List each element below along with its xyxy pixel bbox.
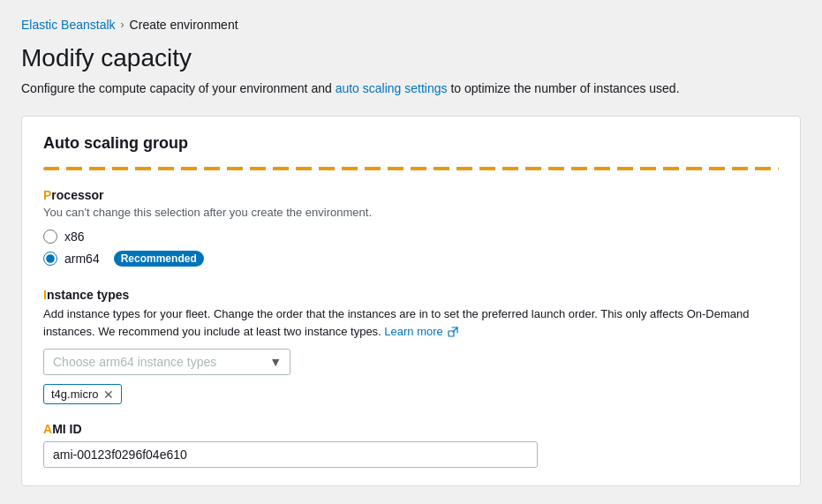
instance-type-tags: t4g.micro ✕: [43, 384, 779, 404]
instance-types-label: Instance types: [43, 288, 779, 302]
capacity-card: Auto scaling group Processor You can't c…: [21, 116, 801, 486]
radio-option-arm64[interactable]: arm64 Recommended: [43, 251, 779, 267]
learn-more-link[interactable]: Learn more: [384, 325, 458, 338]
learn-more-text: Learn more: [384, 325, 442, 338]
radio-x86[interactable]: [43, 229, 57, 244]
tag-close-button[interactable]: ✕: [103, 388, 114, 401]
instance-type-dropdown-container[interactable]: Choose arm64 instance types ▼: [43, 349, 290, 375]
radio-x86-label: x86: [64, 229, 85, 244]
page-title: Modify capacity: [21, 44, 801, 72]
breadcrumb-separator: ›: [121, 19, 124, 31]
tag-label: t4g.micro: [51, 387, 98, 401]
card-title: Auto scaling group: [43, 134, 779, 153]
processor-label: Processor: [43, 188, 779, 202]
breadcrumb-current: Create environment: [130, 18, 238, 32]
radio-arm64[interactable]: [43, 252, 57, 266]
external-link-icon: [448, 327, 458, 337]
dashed-divider: [43, 167, 779, 170]
instance-types-section: Instance types Add instance types for yo…: [43, 288, 779, 404]
processor-section: Processor You can't change this selectio…: [43, 188, 779, 267]
instance-types-desc: Add instance types for your fleet. Chang…: [43, 305, 779, 340]
description-suffix: to optimize the number of instances used…: [448, 81, 680, 95]
instance-type-dropdown[interactable]: Choose arm64 instance types: [43, 349, 290, 375]
tag-t4g-micro: t4g.micro ✕: [43, 384, 122, 404]
ami-id-label: AMI ID: [43, 422, 779, 436]
description-text: Configure the compute capacity of your e…: [21, 81, 336, 95]
processor-sublabel: You can't change this selection after yo…: [43, 206, 779, 219]
svg-line-1: [453, 327, 457, 332]
radio-arm64-label: arm64: [64, 252, 100, 266]
page-wrapper: Elastic Beanstalk › Create environment M…: [0, 0, 822, 504]
breadcrumb: Elastic Beanstalk › Create environment: [21, 18, 801, 32]
processor-radio-group: x86 arm64 Recommended: [43, 229, 779, 267]
auto-scaling-link[interactable]: auto scaling settings: [336, 81, 448, 95]
page-description: Configure the compute capacity of your e…: [21, 79, 801, 98]
ami-id-input[interactable]: [43, 441, 538, 468]
breadcrumb-parent-link[interactable]: Elastic Beanstalk: [21, 18, 116, 32]
ami-section: AMI ID: [43, 422, 779, 468]
recommended-badge: Recommended: [114, 251, 204, 267]
radio-option-x86[interactable]: x86: [43, 229, 779, 244]
